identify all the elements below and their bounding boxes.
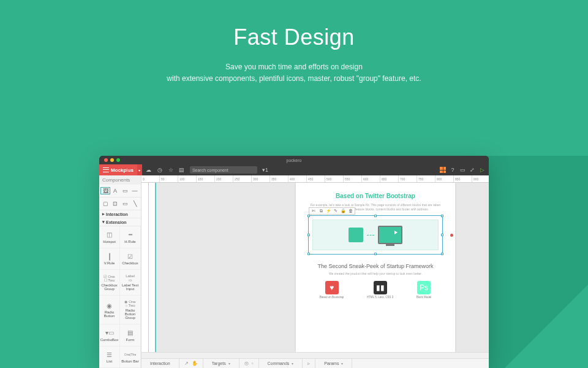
feature-bootstrap: ♥Based on Bootstrap [320,281,344,299]
button-shape-icon[interactable]: ▭ [120,187,130,194]
target-icon[interactable]: ◎ [244,361,249,366]
app-window: pockero Mockplus ▾ ☁ ◷ ☆ ▤ Search compon… [99,156,489,368]
grid-icon[interactable] [440,167,446,173]
comp-buttonbar[interactable]: One|TheButton Bar [120,347,141,369]
line-shape-icon[interactable]: — [130,187,140,194]
copy-icon[interactable]: ⧉ [318,209,324,213]
layers-icon[interactable]: ▤ [179,167,185,173]
comp-label-input[interactable]: Label ▭Label Text Input [120,270,141,296]
rect-shape-icon[interactable]: ▢ [100,200,110,207]
canvas-page[interactable]: Based on Twitter Bootstrap For example, … [156,183,489,352]
close-dot[interactable] [104,158,108,162]
comp-combobox[interactable]: ▾▭ComboBox [99,324,120,347]
canvas-area: 0501001502002503003504004505005506006507… [141,175,489,368]
dropdown-one[interactable]: ▾ 1 [262,167,268,173]
cmd-icon[interactable]: ▹ [307,361,310,366]
minimize-dot[interactable] [110,158,114,162]
brand-name: Mockplus [111,167,134,173]
brand-dropdown[interactable]: ▾ [137,164,142,175]
zoom-dot[interactable] [116,158,120,162]
comp-hotspot[interactable]: ◫Hotspot [99,226,120,248]
cloud-icon[interactable]: ☁ [146,167,152,173]
interaction-section[interactable]: ▸ Interaction [99,210,141,218]
hero-title: Fast Design [0,25,588,50]
artboard-heading-1: Based on Twitter Bootstrap [308,193,443,199]
selected-image-component[interactable]: ✄ ⧉ ⚡ ✎ 🔒 🗑 [308,215,443,255]
comp-form[interactable]: ▤Form [120,324,141,347]
tab-commands[interactable]: Commands▾ [259,359,303,368]
scrollbar-horizontal[interactable] [141,352,489,358]
interaction-link-dot[interactable] [450,234,453,237]
hero-subtitle: Save you much time and efforts on design… [0,61,588,85]
globe-icon[interactable]: ◷ [157,167,163,173]
cut-icon[interactable]: ✄ [311,209,317,213]
placeholder-shape-icon[interactable]: ⊡ [110,200,120,207]
help-icon[interactable]: ? [450,167,456,173]
components-title: Components [99,175,141,185]
feature-html5: ▮▮HTML 5, Less, CSS 3 [367,281,393,299]
link-icon[interactable]: ⚡ [325,209,331,213]
text-shape-icon[interactable]: A [110,187,120,194]
comp-radio[interactable]: ◉Radio Button [99,296,120,325]
window-icon[interactable]: ▭ [459,167,466,173]
search-input[interactable]: Search component [190,166,257,174]
brand[interactable]: Mockplus [99,164,137,175]
feature-block: PsBlock Model [417,281,432,299]
illustration-image [312,220,439,250]
star-icon[interactable]: ☆ [168,167,174,173]
comp-radio-group[interactable]: ◉ One○ TwoRadio Button Group [120,296,141,325]
comp-checkbox-group[interactable]: ☑ One☐ TwoCheckbox Group [99,270,120,296]
extension-section[interactable]: ▾ Extension [99,218,141,226]
artboard-heading-2: The Second Sneak-Peek of Startup Framewo… [308,263,443,269]
tab-params[interactable]: Params▾ [315,359,352,368]
app-toolbar: Mockplus ▾ ☁ ◷ ☆ ▤ Search component ▾ 1 … [99,164,489,175]
ruler-horizontal: 0501001502002503003504004505005506006507… [141,175,489,183]
artboard: Based on Twitter Bootstrap For example, … [296,183,455,352]
delete-icon[interactable]: 🗑 [347,209,353,213]
fullscreen-icon[interactable]: ⤢ [469,167,475,173]
comp-vrule[interactable]: ┃V.Rule [99,248,120,270]
components-panel: Components 🖼 A ▭ — ▢ ⊡ ▭ ╲ ▸ Interaction… [99,175,141,368]
component-grid: ◫Hotspot ━H.Rule ┃V.Rule ☑Checkbox ☑ One… [99,226,141,368]
image-shape-icon[interactable]: 🖼 [100,187,110,194]
page-icon[interactable]: ▫ [252,361,254,366]
window-title: pockero [287,158,302,163]
ruler-vertical [141,183,149,352]
diag-shape-icon[interactable]: ╲ [130,200,140,207]
guide-vertical[interactable] [149,183,156,352]
tab-targets[interactable]: Targets▾ [203,359,239,368]
lock-icon[interactable]: 🔒 [340,209,346,213]
selection-toolbar[interactable]: ✄ ⧉ ⚡ ✎ 🔒 🗑 [309,207,355,215]
tab-interaction[interactable]: Interaction [141,359,179,368]
play-icon[interactable]: ▷ [479,167,485,173]
artboard-para-2: We created the product that will help yo… [308,272,443,276]
mac-titlebar: pockero [99,156,489,164]
menu-icon [103,167,109,173]
bottom-tabs: Interaction ↗✋ Targets▾ ◎▫ Commands▾ ▹ P… [141,358,489,368]
comp-list[interactable]: ☰List [99,347,120,369]
pointer-icon[interactable]: ↗ [184,361,189,366]
hand-icon[interactable]: ✋ [192,361,198,366]
input-shape-icon[interactable]: ▭ [120,200,130,207]
comp-checkbox[interactable]: ☑Checkbox [120,248,141,270]
edit-icon[interactable]: ✎ [333,209,339,213]
comp-hrule[interactable]: ━H.Rule [120,226,141,248]
